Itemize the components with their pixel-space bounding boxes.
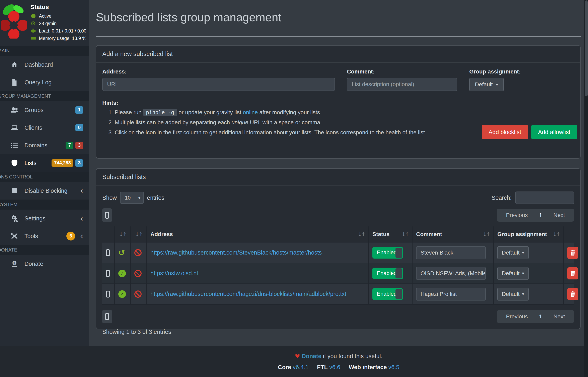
table-row: ✓ https://nsfw.oisd.nl Enabled OISD NSFW…	[102, 263, 574, 284]
row-checkbox[interactable]	[106, 249, 110, 256]
trash-icon	[570, 250, 576, 256]
header-status-column[interactable]: Status↓↑	[369, 226, 412, 242]
status-load-label: Load: 0.01 / 0.01 / 0.00	[39, 28, 87, 34]
core-version-link[interactable]: v6.4.1	[293, 364, 309, 370]
status-title: Status	[31, 4, 87, 11]
cpu-icon	[31, 28, 36, 34]
footer-donate-link[interactable]: Donate	[302, 353, 321, 359]
sidebar-item-dashboard[interactable]: Dashboard	[0, 56, 89, 73]
blocklist-type-icon	[134, 249, 142, 256]
sidebar: Status Active 28 q/min Load: 0.01 / 0.01…	[0, 0, 89, 346]
row-group-dropdown[interactable]: Default▾	[497, 246, 529, 259]
delete-list-button[interactable]	[567, 267, 578, 279]
header-actions-column	[564, 226, 574, 242]
page-size-select[interactable]: 10 ▾	[120, 192, 144, 204]
status-toggle[interactable]: Enabled	[372, 268, 403, 279]
row-checkbox[interactable]	[106, 270, 110, 277]
sidebar-item-query-log[interactable]: Query Log	[0, 73, 89, 91]
trash-icon	[570, 271, 576, 276]
delete-list-button[interactable]	[567, 288, 578, 300]
sidebar-item-tools[interactable]: Tools 6 ‹	[0, 227, 89, 245]
gears-icon	[10, 214, 19, 223]
lists-count-badge: 3	[75, 159, 83, 167]
ftl-version-link[interactable]: v6.6	[329, 364, 340, 370]
page-1-button[interactable]: 1	[535, 212, 547, 218]
caret-down-icon: ▾	[522, 250, 524, 255]
address-input[interactable]	[102, 78, 335, 91]
add-list-card: Add a new subscribed list Address: Comme…	[96, 45, 581, 159]
chevron-left-icon: ‹	[80, 214, 83, 223]
subscribed-lists-card-title: Subscribed lists	[96, 169, 580, 186]
toggle-knob	[396, 268, 402, 278]
version-line: Core v6.4.1 FTL v6.6 Web interface v6.5	[89, 364, 588, 371]
users-icon	[10, 106, 19, 114]
row-comment-input[interactable]: Hagezi Pro list	[416, 288, 486, 301]
sidebar-item-clients[interactable]: Clients 0	[0, 119, 89, 137]
add-allowlist-button[interactable]: Add allowlist	[531, 125, 577, 139]
pihole-admin-app: Status Active 28 q/min Load: 0.01 / 0.01…	[0, 0, 588, 377]
header-comment-column[interactable]: Comment↓↑	[412, 226, 494, 242]
section-header-dns-control: DNS CONTROL	[0, 172, 89, 182]
previous-page-button[interactable]: Previous	[499, 212, 535, 218]
select-all-checkbox-top[interactable]	[102, 208, 112, 222]
web-version-link[interactable]: v6.5	[388, 364, 399, 370]
row-comment-input[interactable]: OISD NSFW: Ads, (Mobile) A	[416, 267, 486, 280]
chevron-left-icon: ‹	[80, 232, 83, 240]
page-scrollbar[interactable]	[584, 0, 588, 377]
caret-down-icon: ▾	[522, 292, 524, 296]
sidebar-item-groups[interactable]: Groups 1	[0, 101, 89, 119]
subscribed-lists-table: ↓↑ ↓↑ Address↓↑ Status↓↑ Comment↓↑ Group…	[102, 226, 574, 305]
status-toggle[interactable]: Enabled	[372, 247, 403, 259]
group-assignment-dropdown[interactable]: Default ▾	[469, 78, 504, 91]
chevron-left-icon: ‹	[80, 187, 83, 195]
list-ok-icon[interactable]: ✓	[118, 270, 126, 277]
status-toggle[interactable]: Enabled	[372, 288, 403, 300]
page-size-value: 10	[125, 195, 137, 201]
sidebar-item-lists[interactable]: Lists 744,283 3	[0, 154, 89, 172]
sidebar-label-disable-blocking: Disable Blocking	[24, 188, 75, 194]
groups-count-badge: 1	[75, 106, 83, 114]
list-address-link[interactable]: https://raw.githubusercontent.com/Steven…	[150, 249, 322, 256]
next-page-button[interactable]: Next	[546, 212, 572, 218]
lists-domains-badge: 744,283	[52, 159, 73, 167]
row-group-dropdown[interactable]: Default▾	[497, 288, 529, 301]
header-group-column[interactable]: Group assignment↓↑	[494, 226, 564, 242]
sidebar-item-domains[interactable]: Domains 7 3	[0, 137, 89, 154]
list-address-link[interactable]: https://raw.githubusercontent.com/hagezi…	[150, 291, 346, 297]
table-row: ✓ https://raw.githubusercontent.com/hage…	[102, 284, 574, 305]
online-link[interactable]: online	[243, 109, 258, 116]
showing-entries-text: Showing 1 to 3 of 3 entries	[102, 329, 574, 335]
title-divider	[96, 36, 581, 36]
section-header-donate: DONATE	[0, 245, 89, 255]
list-ok-icon[interactable]: ✓	[118, 290, 126, 298]
header-type-column[interactable]: ↓↑	[131, 226, 147, 242]
next-page-button[interactable]: Next	[546, 313, 572, 320]
scrollbar-thumb[interactable]	[585, 0, 588, 96]
section-header-group-management: GROUP MANAGEMENT	[0, 91, 89, 101]
header-health-column[interactable]: ↓↑	[115, 226, 131, 242]
sidebar-item-donate[interactable]: $ Donate	[0, 255, 89, 273]
search-input[interactable]	[515, 191, 574, 204]
add-list-form: Address: Comment: Group assignment: Defa…	[102, 69, 574, 91]
add-blocklist-button[interactable]: Add blocklist	[482, 125, 528, 139]
gauge-icon	[31, 21, 36, 26]
sidebar-item-disable-blocking[interactable]: Disable Blocking ‹	[0, 182, 89, 200]
sidebar-item-settings[interactable]: Settings ‹	[0, 210, 89, 227]
page-1-button[interactable]: 1	[535, 313, 547, 320]
delete-list-button[interactable]	[567, 247, 578, 259]
select-all-checkbox-bottom[interactable]	[102, 310, 112, 323]
row-group-dropdown[interactable]: Default▾	[497, 267, 529, 280]
update-pending-icon[interactable]: ↻	[118, 249, 125, 257]
pagination-bottom: Previous 1 Next	[497, 310, 574, 323]
header-address-column[interactable]: Address↓↑	[147, 226, 369, 242]
row-comment-input[interactable]: Steven Black	[416, 246, 486, 259]
add-list-card-title: Add a new subscribed list	[96, 46, 580, 63]
donate-line: ♥Donate if you found this useful.	[89, 353, 588, 360]
comment-input[interactable]	[347, 78, 457, 91]
list-address-link[interactable]: https://nsfw.oisd.nl	[150, 270, 198, 277]
previous-page-button[interactable]: Previous	[499, 313, 535, 320]
status-load-row: Load: 0.01 / 0.01 / 0.00	[31, 28, 87, 34]
row-checkbox[interactable]	[106, 291, 110, 297]
core-label: Core	[278, 364, 291, 370]
sort-icon: ↓↑	[119, 231, 126, 237]
